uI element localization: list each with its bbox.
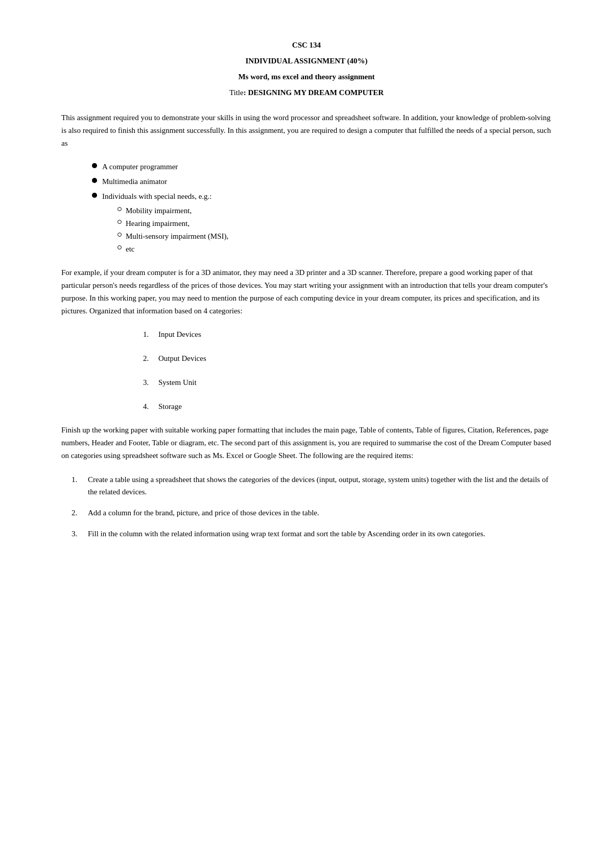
paragraph2: For example, if your dream computer is f… <box>61 266 552 317</box>
list-item-text: A computer programmer <box>102 161 178 173</box>
sub-list-item: etc <box>117 243 228 256</box>
doc-title: Title: DESIGNING MY DREAM COMPUTER <box>61 88 552 97</box>
list-item-text: Individuals with special needs, e.g.: Mo… <box>102 190 228 255</box>
list-num: 2. <box>72 507 83 519</box>
numbered-left-list: 1. Create a table using a spreadsheet th… <box>72 473 552 540</box>
sub-bullet-icon <box>117 207 122 211</box>
sub-list: Mobility impairment, Hearing impairment,… <box>117 204 228 255</box>
sub-list-item-text: Mobility impairment, <box>126 204 192 217</box>
paragraph3: Finish up the working paper with suitabl… <box>61 424 552 462</box>
subtitle: Ms word, ms excel and theory assignment <box>61 73 552 81</box>
list-item-text: Create a table using a spreadsheet that … <box>88 473 552 499</box>
doc-title-label: Title <box>229 88 244 97</box>
list-item-text: Input Devices <box>158 328 201 341</box>
list-item-text: System Unit <box>158 376 197 389</box>
list-item: 2. Add a column for the brand, picture, … <box>72 507 552 519</box>
list-item: Individuals with special needs, e.g.: Mo… <box>92 190 552 255</box>
list-item-text: Fill in the column with the related info… <box>88 528 552 540</box>
list-item: 1. Create a table using a spreadsheet th… <box>72 473 552 499</box>
sub-list-item: Multi-sensory impairment (MSI), <box>117 230 228 243</box>
course-code: CSC 134 <box>61 41 552 50</box>
list-item: 1. Input Devices <box>143 328 552 341</box>
list-item: A computer programmer <box>92 161 552 173</box>
list-item-text: Add a column for the brand, picture, and… <box>88 507 552 519</box>
bullet-icon <box>92 193 97 198</box>
list-num: 1. <box>143 328 153 341</box>
intro-paragraph: This assignment required you to demonstr… <box>61 111 552 149</box>
sub-list-item-text: Hearing impairment, <box>126 217 190 230</box>
sub-list-item: Hearing impairment, <box>117 217 228 230</box>
bullet-icon <box>92 178 97 183</box>
list-item: 4. Storage <box>143 400 552 413</box>
list-item-text: Multimedia animator <box>102 175 167 188</box>
list-num: 2. <box>143 352 153 365</box>
list-num: 3. <box>143 376 153 389</box>
list-item-text: Storage <box>158 400 182 413</box>
list-item: Multimedia animator <box>92 175 552 188</box>
bullet-list: A computer programmer Multimedia animato… <box>92 161 552 255</box>
sub-list-item-text: etc <box>126 243 134 256</box>
sub-bullet-icon <box>117 233 122 237</box>
list-num: 3. <box>72 528 83 540</box>
header-section: CSC 134 INDIVIDUAL ASSIGNMENT (40%) Ms w… <box>61 41 552 97</box>
page: CSC 134 INDIVIDUAL ASSIGNMENT (40%) Ms w… <box>0 0 613 868</box>
assignment-title: INDIVIDUAL ASSIGNMENT (40%) <box>61 57 552 65</box>
sub-bullet-icon <box>117 245 122 249</box>
list-item: 2. Output Devices <box>143 352 552 365</box>
sub-list-item: Mobility impairment, <box>117 204 228 217</box>
list-num: 1. <box>72 473 83 486</box>
list-item: 3. System Unit <box>143 376 552 389</box>
list-item: 3. Fill in the column with the related i… <box>72 528 552 540</box>
list-num: 4. <box>143 400 153 413</box>
sub-list-item-text: Multi-sensory impairment (MSI), <box>126 230 228 243</box>
doc-title-value: DESIGNING MY DREAM COMPUTER <box>248 88 384 97</box>
numbered-center-list: 1. Input Devices 2. Output Devices 3. Sy… <box>143 328 552 413</box>
sub-bullet-icon <box>117 220 122 224</box>
list-item-text: Output Devices <box>158 352 206 365</box>
bullet-icon <box>92 163 97 168</box>
